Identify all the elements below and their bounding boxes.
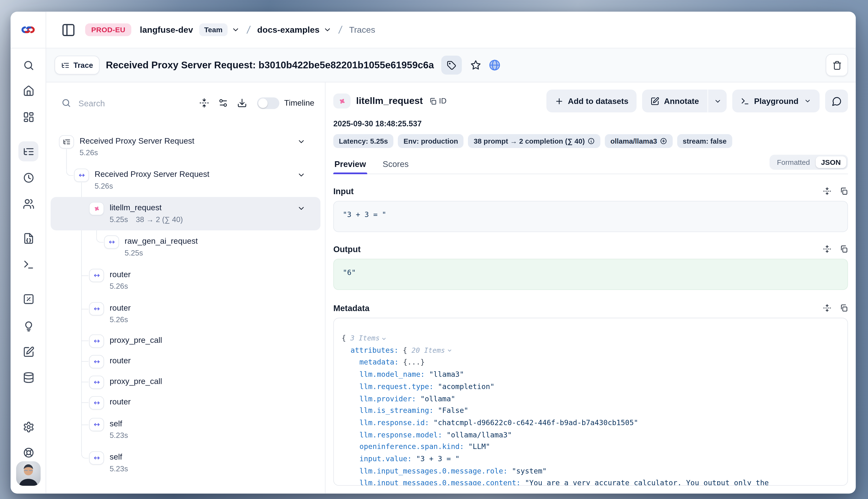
collapse-section-icon[interactable] (823, 187, 831, 195)
chevron-down-icon[interactable] (297, 171, 306, 179)
tree-row-proxy-pre-call[interactable]: proxy_pre_call (50, 331, 320, 351)
playground-button[interactable]: Playground (732, 89, 820, 112)
copy-section-icon[interactable] (840, 187, 848, 195)
circle-plus-icon[interactable] (660, 137, 667, 145)
observation-timestamp: 2025-09-30 18:48:25.537 (333, 119, 848, 128)
tab-scores[interactable]: Scores (381, 154, 410, 173)
sidebar-item-tracing[interactable] (18, 141, 38, 161)
json-line: openinference.span.kind: "LLM" (342, 441, 840, 453)
lightbulb-icon (23, 320, 34, 331)
message-circle-icon (832, 96, 842, 106)
tree-row-duration: 5.26s (80, 148, 194, 158)
observation-name: litellm_request (356, 96, 423, 107)
arrow-left-right-icon (89, 334, 104, 348)
tree-row-proxy-pre-call[interactable]: proxy_pre_call (50, 372, 320, 392)
detail-tabs: PreviewScores FormattedJSON (333, 154, 848, 174)
observation-badge: ollama/llama3 (605, 134, 673, 148)
tree-row-self[interactable]: self5.23s (50, 446, 320, 480)
arrow-left-right-icon (89, 302, 104, 316)
copy-id-button[interactable]: ID (429, 97, 447, 105)
breadcrumb-section[interactable]: Traces (349, 25, 375, 35)
annotate-dropdown-button[interactable] (707, 89, 727, 112)
json-line: llm.response.id: "chatcmpl-d96622c0-c642… (342, 417, 840, 429)
chevron-down-icon (714, 97, 721, 105)
sidebar-item-insights[interactable] (18, 315, 38, 336)
copy-section-icon[interactable] (840, 245, 848, 253)
collapse-all-icon[interactable] (199, 98, 209, 108)
json-key: input.value: (359, 455, 416, 463)
user-avatar[interactable] (16, 461, 41, 486)
tree-row-received-proxy-server-request[interactable]: Received Proxy Server Request5.26s (50, 130, 320, 163)
sidebar-item-playground[interactable] (18, 254, 38, 274)
collapse-section-icon[interactable] (823, 245, 831, 253)
pinwheel-icon (89, 202, 104, 216)
search-icon (23, 59, 34, 71)
sidebar-item-search[interactable] (18, 55, 38, 75)
json-line: { 3 Items (342, 332, 840, 344)
sidebar-item-annotation[interactable] (18, 342, 38, 362)
tree-row-label: proxy_pre_call (110, 336, 162, 344)
tree-row-litellm-request[interactable]: litellm_request5.25s38 → 2 (∑ 40) (50, 197, 320, 231)
environment-badge: PROD-EU (85, 23, 132, 36)
tree-row-label: self (110, 419, 122, 428)
tree-row-router[interactable]: router5.26s (50, 297, 320, 331)
annotate-split-button: Annotate (642, 89, 727, 112)
project-chevron-down-icon[interactable] (323, 25, 332, 34)
breadcrumb-project[interactable]: docs-examples (257, 25, 319, 35)
collapse-section-icon[interactable] (823, 304, 831, 312)
sidebar-item-home[interactable] (18, 81, 38, 100)
json-value: "ollama/llama3" (447, 430, 512, 439)
tree-row-raw-gen-ai-request[interactable]: raw_gen_ai_request5.25s (50, 231, 320, 264)
add-to-datasets-button[interactable]: Add to datasets (546, 89, 637, 112)
list-tree-icon (59, 135, 74, 149)
sidebar-item-prompts[interactable] (18, 228, 38, 248)
format-option-formatted[interactable]: Formatted (771, 156, 815, 168)
org-logo[interactable] (11, 12, 46, 49)
sidebar-item-sessions[interactable] (18, 168, 38, 187)
tag-button[interactable] (441, 56, 462, 75)
breadcrumb-separator: / (338, 24, 343, 36)
tree-row-received-proxy-server-request[interactable]: Received Proxy Server Request5.26s (50, 163, 320, 197)
search-icon (61, 98, 71, 108)
tree-row-router[interactable]: router5.26s (50, 264, 320, 297)
chevron-down-icon[interactable] (297, 204, 306, 213)
tree-row-self[interactable]: self5.23s (50, 413, 320, 446)
tree-row-label: router (110, 303, 131, 312)
public-globe-icon[interactable] (488, 59, 501, 71)
json-key: llm.provider: (359, 394, 420, 403)
chevron-down-icon[interactable] (447, 348, 452, 353)
timeline-toggle[interactable] (257, 97, 279, 109)
sidebar-item-dashboards[interactable] (18, 107, 38, 127)
info-icon[interactable] (587, 137, 595, 145)
json-key: llm.input_messages.0.message.content: (359, 479, 525, 486)
chevron-down-icon[interactable] (381, 336, 387, 341)
sidebar-item-datasets[interactable] (18, 367, 38, 387)
tab-preview[interactable]: Preview (333, 154, 367, 173)
trash-icon (832, 60, 842, 70)
copy-section-icon[interactable] (840, 304, 848, 312)
search-input[interactable] (78, 98, 190, 108)
format-option-json[interactable]: JSON (816, 156, 846, 168)
sidebar-item-support[interactable] (18, 442, 38, 462)
sidebar-item-evaluation[interactable] (18, 289, 38, 309)
org-chevron-down-icon[interactable] (231, 25, 240, 34)
download-icon[interactable] (237, 98, 247, 108)
breadcrumb-org[interactable]: langfuse-dev (140, 25, 193, 35)
tree-settings-icon[interactable] (218, 98, 228, 108)
bookmark-star-icon[interactable] (470, 59, 481, 71)
file-code-icon (23, 232, 34, 244)
json-value: "system" (512, 467, 547, 475)
json-line: llm.input_messages.0.message.role: "syst… (342, 465, 840, 477)
sidebar-item-users[interactable] (18, 194, 38, 214)
annotate-button[interactable]: Annotate (642, 89, 707, 112)
home-icon (23, 85, 34, 97)
tree-row-router[interactable]: router (50, 392, 320, 413)
chevron-down-icon[interactable] (297, 137, 306, 146)
clock-icon (23, 172, 34, 184)
sidebar-item-settings[interactable] (18, 417, 38, 437)
tree-row-router[interactable]: router (50, 351, 320, 372)
delete-trace-button[interactable] (826, 54, 848, 76)
comments-button[interactable] (825, 89, 848, 112)
sidebar-toggle-icon[interactable] (61, 23, 75, 37)
input-value-box: "3 + 3 = " (333, 201, 848, 232)
